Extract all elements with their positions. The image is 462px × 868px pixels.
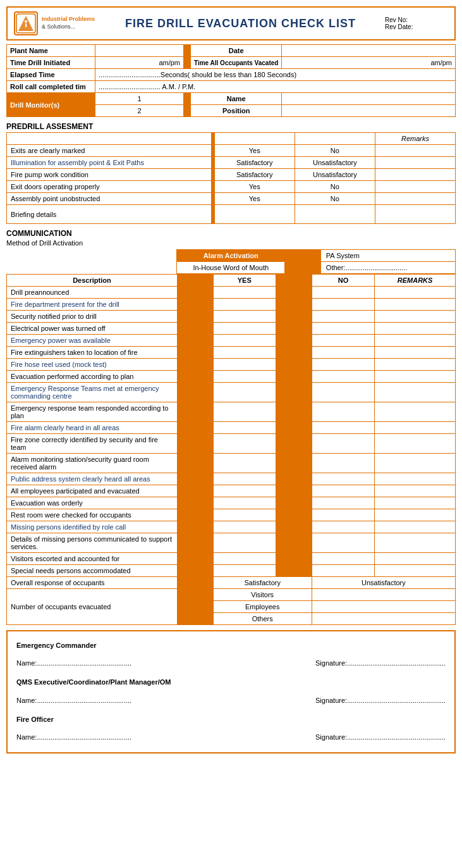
qms-name[interactable]: Name:...................................… (16, 693, 131, 708)
row-employees-no[interactable] (312, 485, 374, 497)
row-employees-rem[interactable] (375, 485, 456, 497)
row-visitors-no[interactable] (312, 553, 374, 565)
row-fireext-rem[interactable] (375, 347, 456, 359)
row-missing-yes[interactable] (213, 521, 276, 533)
predrill-pump-remarks[interactable] (375, 169, 456, 181)
ec-sig[interactable]: Signature:..............................… (315, 655, 446, 671)
row-missing-no[interactable] (312, 521, 374, 533)
fo-sig[interactable]: Signature:..............................… (315, 729, 446, 745)
predrill-exits-remarks[interactable] (375, 145, 456, 157)
predrill-illum-unsat[interactable]: Unsatisfactory (295, 157, 375, 169)
row-emerpower-no[interactable] (312, 335, 374, 347)
row-ert-met-yes[interactable] (213, 383, 276, 402)
row-preannounced-no[interactable] (312, 287, 374, 299)
row-pa-yes[interactable] (213, 473, 276, 485)
row-employees-count[interactable] (312, 601, 455, 613)
row-evac-plan-rem[interactable] (375, 371, 456, 383)
predrill-briefing-remarks[interactable] (375, 205, 456, 224)
predrill-assembly-yes[interactable]: Yes (214, 193, 295, 205)
row-det-missing-no[interactable] (312, 533, 374, 553)
predrill-briefing-c2[interactable] (295, 205, 375, 224)
predrill-assembly-no[interactable]: No (295, 193, 375, 205)
row-others-count[interactable] (312, 613, 455, 625)
row-ert-resp-rem[interactable] (375, 402, 456, 422)
predrill-briefing-c1[interactable] (214, 205, 295, 224)
row-alarm-mon-no[interactable] (312, 454, 374, 473)
row-evac-plan-no[interactable] (312, 371, 374, 383)
row-firedept-no[interactable] (312, 299, 374, 311)
predrill-illum-remarks[interactable] (375, 157, 456, 169)
monitor1-value[interactable] (282, 93, 456, 105)
row-missing-rem[interactable] (375, 521, 456, 533)
row-alarm-mon-yes[interactable] (213, 454, 276, 473)
row-elec-yes[interactable] (213, 323, 276, 335)
row-fireext-no[interactable] (312, 347, 374, 359)
row-firedept-yes[interactable] (213, 299, 276, 311)
row-employees-yes[interactable] (213, 485, 276, 497)
row-emerpower-yes[interactable] (213, 335, 276, 347)
row-restroom-yes[interactable] (213, 509, 276, 521)
row-visitors-rem[interactable] (375, 553, 456, 565)
predrill-assembly-remarks[interactable] (375, 193, 456, 205)
row-det-missing-rem[interactable] (375, 533, 456, 553)
qms-sig[interactable]: Signature:..............................… (315, 693, 446, 708)
date-value[interactable] (282, 45, 456, 57)
row-special-yes[interactable] (213, 565, 276, 577)
row-elec-rem[interactable] (375, 323, 456, 335)
row-firedept-rem[interactable] (375, 299, 456, 311)
row-overall-sat[interactable]: Satisfactory (213, 577, 312, 589)
row-security-yes[interactable] (213, 311, 276, 323)
row-firealarm-rem[interactable] (375, 422, 456, 434)
predrill-pump-sat[interactable]: Satisfactory (214, 169, 295, 181)
row-visitors-label[interactable]: Visitors (213, 589, 312, 601)
plant-name-value[interactable] (95, 45, 184, 57)
row-visitors-yes[interactable] (213, 553, 276, 565)
fo-name[interactable]: Name:...................................… (16, 729, 131, 745)
row-firealarm-no[interactable] (312, 422, 374, 434)
predrill-illum-sat[interactable]: Satisfactory (214, 157, 295, 169)
time-drill-value[interactable]: am/pm (95, 57, 184, 69)
row-elec-no[interactable] (312, 323, 374, 335)
row-ert-resp-no[interactable] (312, 402, 374, 422)
predrill-exits-yes[interactable]: Yes (214, 145, 295, 157)
row-orderly-rem[interactable] (375, 497, 456, 509)
row-ert-met-no[interactable] (312, 383, 374, 402)
row-firealarm-yes[interactable] (213, 422, 276, 434)
row-overall-unsat[interactable]: Unsatisfactory (312, 577, 455, 589)
row-pa-rem[interactable] (375, 473, 456, 485)
row-det-missing-yes[interactable] (213, 533, 276, 553)
row-orderly-no[interactable] (312, 497, 374, 509)
row-ert-resp-yes[interactable] (213, 402, 276, 422)
time-vacated-value[interactable]: am/pm (282, 57, 456, 69)
row-orderly-yes[interactable] (213, 497, 276, 509)
row-special-no[interactable] (312, 565, 374, 577)
row-alarm-mon-rem[interactable] (375, 454, 456, 473)
predrill-exitdoors-no[interactable]: No (295, 181, 375, 193)
row-preannounced-rem[interactable] (375, 287, 456, 299)
row-hose-yes[interactable] (213, 359, 276, 371)
row-security-rem[interactable] (375, 311, 456, 323)
row-firezone-yes[interactable] (213, 434, 276, 454)
row-special-rem[interactable] (375, 565, 456, 577)
row-pa-no[interactable] (312, 473, 374, 485)
row-preannounced-yes[interactable] (213, 287, 276, 299)
row-firezone-no[interactable] (312, 434, 374, 454)
row-evac-plan-yes[interactable] (213, 371, 276, 383)
row-fireext-yes[interactable] (213, 347, 276, 359)
predrill-pump-unsat[interactable]: Unsatisfactory (295, 169, 375, 181)
row-visitors-count[interactable] (312, 589, 455, 601)
row-others-label[interactable]: Others (213, 613, 312, 625)
row-security-no[interactable] (312, 311, 374, 323)
predrill-exits-no[interactable]: No (295, 145, 375, 157)
row-emerpower-rem[interactable] (375, 335, 456, 347)
monitor2-value[interactable] (282, 105, 456, 117)
row-firezone-rem[interactable] (375, 434, 456, 454)
predrill-exitdoors-yes[interactable]: Yes (214, 181, 295, 193)
predrill-exitdoors-remarks[interactable] (375, 181, 456, 193)
ec-name[interactable]: Name:...................................… (16, 655, 131, 671)
row-restroom-no[interactable] (312, 509, 374, 521)
row-hose-no[interactable] (312, 359, 374, 371)
row-hose-rem[interactable] (375, 359, 456, 371)
row-employees-label[interactable]: Employees (213, 601, 312, 613)
row-ert-met-rem[interactable] (375, 383, 456, 402)
